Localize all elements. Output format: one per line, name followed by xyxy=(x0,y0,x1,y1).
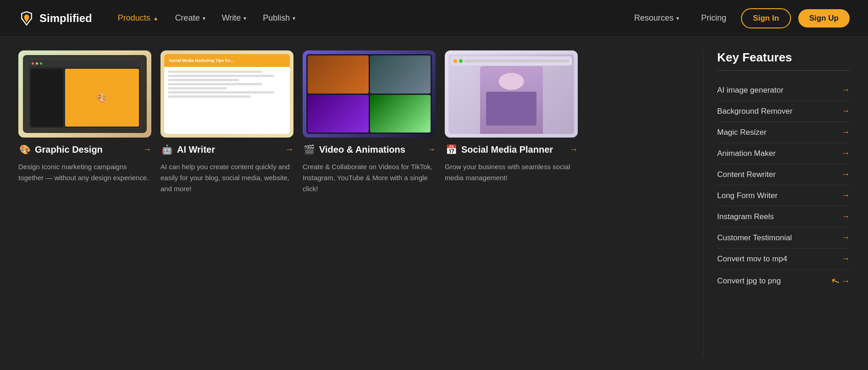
nav-publish[interactable]: Publish ▾ xyxy=(255,10,303,27)
graphic-design-arrow[interactable]: → xyxy=(143,145,151,155)
graphic-design-mockup: 🎨 xyxy=(28,59,142,129)
feature-label-content-rewriter: Content Rewriter xyxy=(717,170,776,179)
ai-writer-arrow[interactable]: → xyxy=(285,145,293,155)
product-card-social: 📅 Social Media Planner → Grow your busin… xyxy=(445,50,578,356)
nav-right: Resources ▾ Pricing Sign In Sign Up xyxy=(627,8,850,28)
product-card-ai-writer: Social Media Marketing Tips for... xyxy=(160,50,293,356)
feature-magic-resizer[interactable]: Magic Resizer → xyxy=(717,122,850,143)
product-image-social[interactable] xyxy=(445,50,578,138)
products-chevron: ▲ xyxy=(153,15,159,22)
product-card-graphic-design: 🎨 🎨 Graphic Design → Design Iconic marke… xyxy=(18,50,151,356)
feature-label-bg-remover: Background Remover xyxy=(717,107,792,116)
feature-arrow-magic-resizer: → xyxy=(841,127,850,137)
feature-label-jpg-png: Convert jpg to png xyxy=(717,276,781,286)
key-features-title: Key Features xyxy=(717,50,850,71)
social-icon: 📅 xyxy=(445,143,458,156)
cursor-indicator: ↖ → xyxy=(831,275,850,287)
feature-arrow-jpg-png: → xyxy=(841,276,850,286)
feature-label-instagram: Instagram Reels xyxy=(717,212,774,221)
product-title-row-video: 🎬 Video & Animations → xyxy=(303,143,436,156)
nav-items: Products ▲ Create ▾ Write ▾ Publish ▾ xyxy=(111,10,627,27)
feature-arrow-animation: → xyxy=(841,149,850,158)
feature-label-animation: Animation Maker xyxy=(717,149,776,158)
product-title-row-social: 📅 Social Media Planner → xyxy=(445,143,578,156)
social-mockup xyxy=(448,54,574,134)
products-grid: 🎨 🎨 Graphic Design → Design Iconic marke… xyxy=(18,50,694,356)
ai-writer-mockup: Social Media Marketing Tips for... xyxy=(164,54,290,134)
feature-animation-maker[interactable]: Animation Maker → xyxy=(717,143,850,164)
feature-content-rewriter[interactable]: Content Rewriter → xyxy=(717,164,850,185)
logo-text: Simplified xyxy=(39,12,92,25)
product-title-row-writer: 🤖 AI Writer → xyxy=(160,143,293,156)
product-title-writer: AI Writer xyxy=(177,144,282,155)
video-mockup xyxy=(306,54,432,134)
navbar: Simplified Products ▲ Create ▾ Write ▾ P… xyxy=(0,0,868,37)
product-image-video[interactable] xyxy=(303,50,436,138)
feature-label-mov-mp4: Convert mov to mp4 xyxy=(717,254,787,264)
key-features-panel: Key Features AI image generator → Backgr… xyxy=(703,50,850,356)
feature-arrow-bg-remover: → xyxy=(841,106,850,116)
feature-instagram-reels[interactable]: Instagram Reels → xyxy=(717,206,850,227)
create-chevron: ▾ xyxy=(203,15,205,22)
signin-button[interactable]: Sign In xyxy=(741,8,791,28)
logo[interactable]: Simplified xyxy=(18,10,92,27)
video-arrow[interactable]: → xyxy=(427,145,436,155)
product-title-graphic: Graphic Design xyxy=(35,144,139,155)
product-desc-graphic: Design Iconic marketing campaigns togeth… xyxy=(18,161,151,183)
main-content: 🎨 🎨 Graphic Design → Design Iconic marke… xyxy=(0,37,868,370)
feature-background-remover[interactable]: Background Remover → xyxy=(717,101,850,122)
write-chevron: ▾ xyxy=(243,15,246,22)
social-arrow[interactable]: → xyxy=(569,145,578,155)
feature-customer-testimonial[interactable]: Customer Testimonial → xyxy=(717,227,850,249)
product-title-social: Social Media Planner xyxy=(461,144,566,155)
product-title-video: Video & Animations xyxy=(319,144,424,155)
feature-arrow-instagram: → xyxy=(841,212,850,221)
feature-convert-jpg-png[interactable]: Convert jpg to png ↖ → xyxy=(717,270,850,293)
feature-convert-mov-mp4[interactable]: Convert mov to mp4 → xyxy=(717,249,850,270)
nav-pricing[interactable]: Pricing xyxy=(694,10,734,27)
nav-write[interactable]: Write ▾ xyxy=(215,10,254,27)
product-desc-social: Grow your business with seamless social … xyxy=(445,161,578,183)
product-desc-video: Create & Collaborate on Videos for TikTo… xyxy=(303,161,436,194)
cursor-icon: ↖ xyxy=(829,274,841,288)
product-desc-writer: AI can help you create content quickly a… xyxy=(160,161,293,194)
feature-arrow-content-rewriter: → xyxy=(841,170,850,179)
product-image-graphic-design[interactable]: 🎨 xyxy=(18,50,151,138)
feature-ai-image-generator[interactable]: AI image generator → xyxy=(717,80,850,101)
feature-long-form-writer[interactable]: Long Form Writer → xyxy=(717,185,850,206)
feature-arrow-long-form: → xyxy=(841,191,850,200)
feature-label-ai-image: AI image generator xyxy=(717,86,784,95)
logo-icon xyxy=(18,10,35,27)
video-icon: 🎬 xyxy=(303,143,315,156)
graphic-design-icon: 🎨 xyxy=(18,143,31,156)
product-title-row-graphic: 🎨 Graphic Design → xyxy=(18,143,151,156)
feature-label-testimonial: Customer Testimonial xyxy=(717,233,792,243)
publish-chevron: ▾ xyxy=(293,15,295,22)
feature-label-magic-resizer: Magic Resizer xyxy=(717,128,767,137)
ai-writer-icon: 🤖 xyxy=(160,143,173,156)
feature-label-long-form: Long Form Writer xyxy=(717,191,778,200)
nav-resources[interactable]: Resources ▾ xyxy=(627,10,686,27)
signup-button[interactable]: Sign Up xyxy=(798,9,850,28)
product-image-ai-writer[interactable]: Social Media Marketing Tips for... xyxy=(160,50,293,138)
product-card-video: 🎬 Video & Animations → Create & Collabor… xyxy=(303,50,436,356)
feature-arrow-mov-mp4: → xyxy=(841,254,850,264)
nav-create[interactable]: Create ▾ xyxy=(168,10,213,27)
nav-products[interactable]: Products ▲ xyxy=(111,10,166,27)
resources-chevron: ▾ xyxy=(676,15,679,22)
feature-arrow-ai-image: → xyxy=(841,85,850,95)
feature-arrow-testimonial: → xyxy=(841,233,850,243)
